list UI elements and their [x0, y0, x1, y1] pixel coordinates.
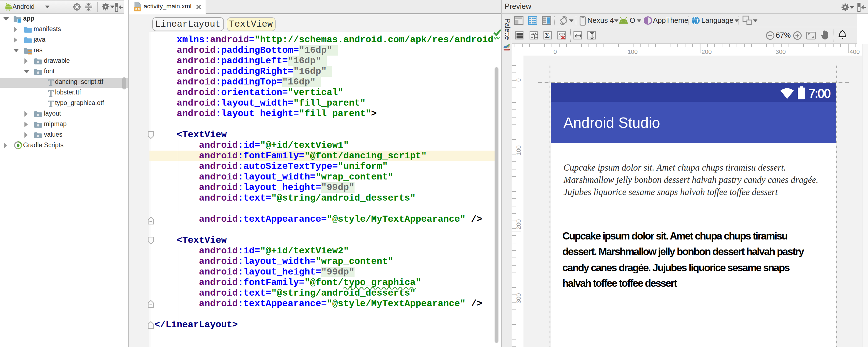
svg-text:<>: <>	[135, 7, 140, 12]
